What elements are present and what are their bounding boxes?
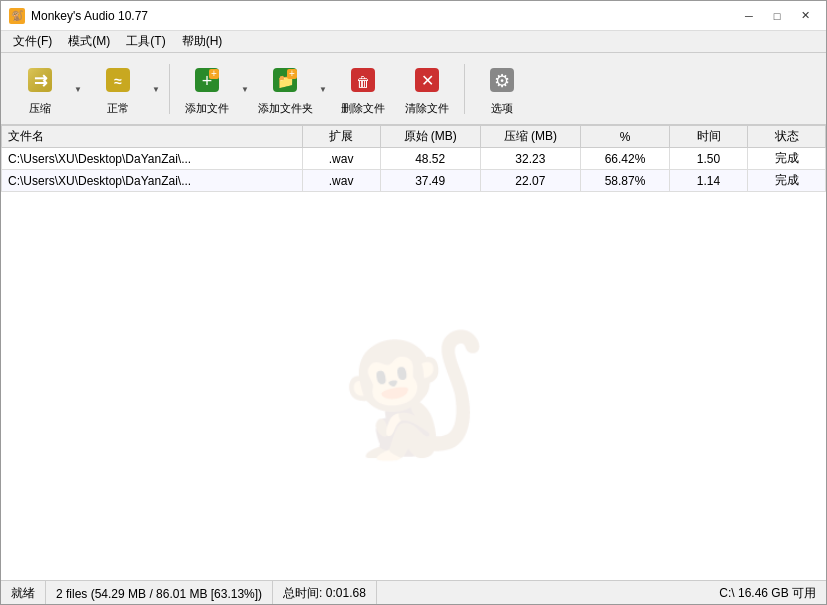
file-table-container[interactable]: 文件名 扩展 原始 (MB) 压缩 (MB) % 时间 状态 C:\Users\… <box>1 125 826 580</box>
file-pct: 66.42% <box>580 148 669 170</box>
file-name: C:\Users\XU\Desktop\DaYanZai\... <box>2 148 303 170</box>
table-row[interactable]: C:\Users\XU\Desktop\DaYanZai\....wav48.5… <box>2 148 826 170</box>
file-comp: 32.23 <box>480 148 580 170</box>
status-total-time: 总时间: 0:01.68 <box>273 581 377 605</box>
file-name: C:\Users\XU\Desktop\DaYanZai\... <box>2 170 303 192</box>
options-label: 选项 <box>491 101 513 116</box>
file-comp: 22.07 <box>480 170 580 192</box>
table-row[interactable]: C:\Users\XU\Desktop\DaYanZai\....wav37.4… <box>2 170 826 192</box>
delete-file-icon: 🗑 <box>345 62 381 98</box>
status-ready: 就绪 <box>1 581 46 605</box>
status-bar: 就绪 2 files (54.29 MB / 86.01 MB [63.13%]… <box>1 580 826 605</box>
add-folder-dropdown-arrow-icon: ▼ <box>319 85 327 94</box>
col-header-ext: 扩展 <box>302 126 380 148</box>
tool-button-compress[interactable]: ⇉压缩 <box>9 59 71 119</box>
tool-group-normal: ≈正常▼ <box>87 57 163 121</box>
clear-file-label: 清除文件 <box>405 101 449 116</box>
app-icon: 🐒 <box>9 8 25 24</box>
add-file-dropdown-arrow-icon: ▼ <box>241 85 249 94</box>
toolbar: ⇉压缩▼≈正常▼++添加文件▼📁+添加文件夹▼🗑删除文件✕清除文件⚙选项 <box>1 53 826 125</box>
menu-item-file[interactable]: 文件(F) <box>5 31 60 52</box>
menu-item-tools[interactable]: 工具(T) <box>118 31 173 52</box>
add-file-icon: ++ <box>189 62 225 98</box>
tool-group-options: ⚙选项 <box>471 57 533 121</box>
file-table: 文件名 扩展 原始 (MB) 压缩 (MB) % 时间 状态 C:\Users\… <box>1 125 826 192</box>
file-status: 完成 <box>748 148 826 170</box>
add-file-dropdown[interactable]: ▼ <box>238 59 252 119</box>
tool-group-add-file: ++添加文件▼ <box>176 57 252 121</box>
svg-text:⇉: ⇉ <box>34 72 48 89</box>
normal-dropdown-arrow-icon: ▼ <box>152 85 160 94</box>
tool-group-clear-file: ✕清除文件 <box>396 57 458 121</box>
svg-text:≈: ≈ <box>114 73 122 89</box>
table-header-row: 文件名 扩展 原始 (MB) 压缩 (MB) % 时间 状态 <box>2 126 826 148</box>
normal-label: 正常 <box>107 101 129 116</box>
tool-group-add-folder: 📁+添加文件夹▼ <box>254 57 330 121</box>
svg-text:🗑: 🗑 <box>356 74 370 90</box>
minimize-button[interactable]: ─ <box>736 7 762 25</box>
add-folder-dropdown[interactable]: ▼ <box>316 59 330 119</box>
add-folder-icon: 📁+ <box>267 62 303 98</box>
svg-text:⚙: ⚙ <box>494 71 510 91</box>
toolbar-separator <box>464 64 465 114</box>
table-body: C:\Users\XU\Desktop\DaYanZai\....wav48.5… <box>2 148 826 192</box>
clear-file-icon: ✕ <box>409 62 445 98</box>
menu-bar: 文件(F)模式(M)工具(T)帮助(H) <box>1 31 826 53</box>
compress-dropdown-arrow-icon: ▼ <box>74 85 82 94</box>
normal-icon: ≈ <box>100 62 136 98</box>
compress-icon: ⇉ <box>22 62 58 98</box>
menu-item-mode[interactable]: 模式(M) <box>60 31 118 52</box>
tool-button-add-file[interactable]: ++添加文件 <box>176 59 238 119</box>
delete-file-label: 删除文件 <box>341 101 385 116</box>
menu-item-help[interactable]: 帮助(H) <box>174 31 231 52</box>
file-orig: 37.49 <box>380 170 480 192</box>
options-icon: ⚙ <box>484 62 520 98</box>
tool-button-add-folder[interactable]: 📁+添加文件夹 <box>254 59 316 119</box>
title-bar: 🐒 Monkey's Audio 10.77 ─ □ ✕ <box>1 1 826 31</box>
compress-label: 压缩 <box>29 101 51 116</box>
status-file-count: 2 files (54.29 MB / 86.01 MB [63.13%]) <box>46 581 273 605</box>
tool-button-normal[interactable]: ≈正常 <box>87 59 149 119</box>
maximize-button[interactable]: □ <box>764 7 790 25</box>
title-text: Monkey's Audio 10.77 <box>31 9 736 23</box>
tool-button-options[interactable]: ⚙选项 <box>471 59 533 119</box>
tool-button-delete-file[interactable]: 🗑删除文件 <box>332 59 394 119</box>
normal-dropdown[interactable]: ▼ <box>149 59 163 119</box>
file-status: 完成 <box>748 170 826 192</box>
file-ext: .wav <box>302 148 380 170</box>
file-time: 1.50 <box>670 148 748 170</box>
file-pct: 58.87% <box>580 170 669 192</box>
col-header-pct: % <box>580 126 669 148</box>
col-header-comp: 压缩 (MB) <box>480 126 580 148</box>
window-controls: ─ □ ✕ <box>736 7 818 25</box>
col-header-status: 状态 <box>748 126 826 148</box>
close-button[interactable]: ✕ <box>792 7 818 25</box>
file-orig: 48.52 <box>380 148 480 170</box>
col-header-orig: 原始 (MB) <box>380 126 480 148</box>
add-folder-label: 添加文件夹 <box>258 101 313 116</box>
main-content: 🐒 文件名 扩展 原始 (MB) 压缩 (MB) % 时间 状态 C:\User… <box>1 125 826 580</box>
file-ext: .wav <box>302 170 380 192</box>
status-disk-space: C:\ 16.46 GB 可用 <box>709 581 826 605</box>
toolbar-separator <box>169 64 170 114</box>
tool-group-compress: ⇉压缩▼ <box>9 57 85 121</box>
tool-button-clear-file[interactable]: ✕清除文件 <box>396 59 458 119</box>
svg-text:+: + <box>211 68 217 79</box>
tool-group-delete-file: 🗑删除文件 <box>332 57 394 121</box>
svg-text:✕: ✕ <box>421 72 434 89</box>
add-file-label: 添加文件 <box>185 101 229 116</box>
col-header-time: 时间 <box>670 126 748 148</box>
svg-text:+: + <box>289 68 295 79</box>
compress-dropdown[interactable]: ▼ <box>71 59 85 119</box>
file-time: 1.14 <box>670 170 748 192</box>
col-header-name: 文件名 <box>2 126 303 148</box>
